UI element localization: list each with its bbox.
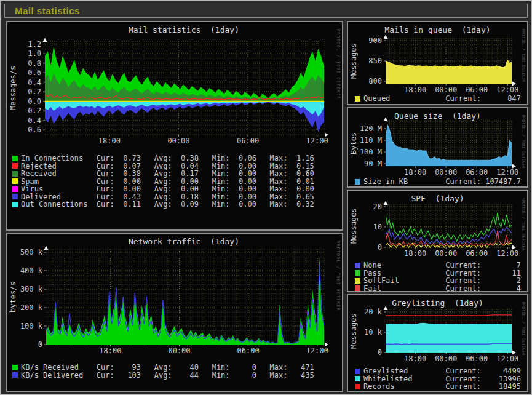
x-tick-label: 00:00 — [168, 346, 190, 355]
legend-swatch — [12, 186, 18, 192]
legend-current-value: Current: 18495 — [445, 383, 521, 391]
y-tick-label: 10 — [373, 223, 382, 231]
legend-text: None — [363, 261, 381, 269]
legend-current-value: Current: 4499 — [445, 367, 521, 375]
x-tick-label: 06:00 — [237, 346, 260, 355]
x-tick-label: 06:00 — [466, 354, 488, 363]
x-tick-label: 12:00 — [496, 249, 518, 258]
legend-row: Virus Cur: 0.00 Avg: 0.00 Min: 0.00 Max:… — [12, 185, 336, 193]
chart-legend: In Connections Cur: 0.73 Avg: 0.38 Min: … — [12, 154, 336, 209]
legend-swatch — [355, 270, 360, 276]
mails-in-queue-panel: Mails in queue (1day) Messages QueuedCur… — [347, 21, 528, 105]
y-axis-label: Messages — [349, 309, 359, 353]
legend-row: SoftFailCurrent: 2 — [355, 277, 521, 285]
legend-text: Received Cur: 0.38 Avg: 0.17 Min: 0.00 M… — [21, 170, 314, 178]
y-axis-label: Messages/s — [9, 41, 18, 135]
legend-row: KB/s Delivered Cur: 103 Avg: 44 Min: 0 M… — [12, 372, 336, 380]
queue-size-panel: Queue size (1day) Bytes Size in KBCurren… — [347, 107, 528, 188]
legend-row: GreylistedCurrent: 4499 — [355, 367, 521, 375]
y-tick-label: 100 M — [360, 148, 382, 156]
chart-title: SPF (1day) — [348, 194, 527, 203]
legend-swatch — [355, 384, 360, 389]
legend-text: KB/s Delivered Cur: 103 Avg: 44 Min: 0 M… — [21, 372, 314, 380]
legend-text: Virus Cur: 0.00 Avg: 0.00 Min: 0.00 Max:… — [21, 185, 314, 193]
x-tick-label: 00:00 — [435, 249, 457, 258]
legend-current-value: Current: 2 — [445, 277, 521, 285]
greylisting-panel: Greylisting (1day) Messages GreylistedCu… — [347, 294, 528, 392]
y-tick-label: 0.0 — [28, 97, 41, 106]
legend-swatch — [12, 156, 18, 161]
y-tick-label: 0 — [378, 348, 382, 357]
y-tick-label: -0.4 — [23, 116, 41, 125]
y-tick-label: 300 k — [20, 285, 43, 293]
rrdtool-watermark: RRDTOOL / TOBI OETIKER — [336, 29, 341, 100]
mail-statistics-panel: Mail statistics (1day) Messages/s In Con… — [6, 21, 343, 231]
legend-row: In Connections Cur: 0.73 Avg: 0.38 Min: … — [12, 154, 336, 162]
chart-legend: NoneCurrent: 7PassCurrent: 11SoftFailCur… — [355, 261, 521, 292]
y-tick-label: 400 k — [20, 266, 43, 275]
legend-swatch — [12, 163, 18, 169]
y-tick-label: -0.6 — [23, 126, 41, 134]
legend-text: Out Connections Cur: 0.11 Avg: 0.09 Min:… — [21, 201, 314, 209]
x-tick-label: 18:00 — [404, 168, 426, 177]
legend-current-value: Current: 4 — [445, 285, 521, 293]
y-tick-label: 200 k — [20, 303, 43, 312]
y-tick-label: 0.2 — [28, 87, 41, 96]
legend-swatch — [355, 285, 360, 291]
y-tick-label: 20 — [373, 202, 382, 211]
y-tick-label: 0 — [38, 340, 42, 349]
legend-swatch — [355, 369, 360, 374]
y-axis-label: Bytes — [349, 121, 359, 166]
x-tick-label: 06:00 — [237, 137, 259, 145]
legend-row: FailCurrent: 4 — [355, 285, 521, 293]
series-whitelisted — [386, 323, 512, 353]
x-tick-label: 00:00 — [435, 354, 457, 363]
x-tick-label: 12:00 — [306, 137, 328, 145]
legend-swatch — [12, 194, 18, 199]
chart-legend: KB/s Received Cur: 93 Avg: 40 Min: 0 Max… — [12, 364, 336, 379]
rrdtool-watermark: RRDTOOL / TOBI OETIKER — [521, 302, 526, 355]
y-tick-label: 1.2 — [28, 40, 41, 49]
legend-row: Out Connections Cur: 0.11 Avg: 0.09 Min:… — [12, 201, 336, 209]
chart-title: Mails in queue (1day) — [348, 25, 527, 34]
x-tick-label: 06:00 — [466, 168, 488, 177]
legend-current-value: Current: 7 — [445, 261, 521, 269]
x-tick-label: 18:00 — [98, 137, 121, 145]
app-window: Mail statistics Mail statistics (1day) M… — [0, 0, 532, 395]
legend-text: In Connections Cur: 0.73 Avg: 0.38 Min: … — [21, 154, 314, 162]
legend-current-value: Current: 107487.7 — [445, 178, 521, 186]
legend-current-value: Current: 847 — [445, 95, 521, 103]
y-tick-label: 0.4 — [28, 78, 41, 87]
legend-row: KB/s Received Cur: 93 Avg: 40 Min: 0 Max… — [12, 364, 336, 372]
legend-swatch — [12, 178, 18, 184]
y-tick-label: 20 k — [364, 308, 383, 316]
y-axis-arrow-icon — [43, 38, 47, 42]
legend-swatch — [355, 96, 360, 102]
x-tick-label: 18:00 — [99, 346, 121, 355]
y-tick-label: 0.8 — [28, 59, 41, 68]
y-axis-label: Messages — [349, 204, 359, 247]
chart-title: Greylisting (1day) — [348, 298, 527, 308]
legend-swatch — [355, 376, 360, 381]
rrdtool-watermark: RRDTOOL / TOBI OETIKER — [521, 198, 526, 250]
legend-text: Fail — [363, 285, 381, 293]
legend-swatch — [355, 179, 360, 185]
x-tick-label: 12:00 — [306, 346, 328, 355]
y-axis-label: bytes/s — [9, 249, 18, 345]
legend-swatch — [355, 278, 360, 284]
chart-legend: QueuedCurrent: 847 — [355, 95, 521, 103]
chart-title: Queue size (1day) — [348, 111, 527, 121]
x-tick-label: 06:00 — [466, 86, 488, 94]
y-tick-label: 0 — [378, 243, 382, 252]
series-queued — [386, 60, 512, 84]
x-tick-label: 18:00 — [404, 354, 426, 363]
chart-title: Network traffic (1day) — [7, 237, 342, 246]
legend-text: Records — [363, 383, 395, 391]
x-tick-label: 12:00 — [496, 168, 518, 177]
legend-swatch — [12, 171, 18, 177]
y-tick-label: 100 k — [20, 322, 43, 330]
x-tick-label: 00:00 — [435, 86, 457, 94]
legend-swatch — [12, 202, 18, 207]
legend-text: KB/s Received Cur: 93 Avg: 40 Min: 0 Max… — [21, 364, 314, 372]
x-tick-label: 18:00 — [404, 249, 426, 258]
